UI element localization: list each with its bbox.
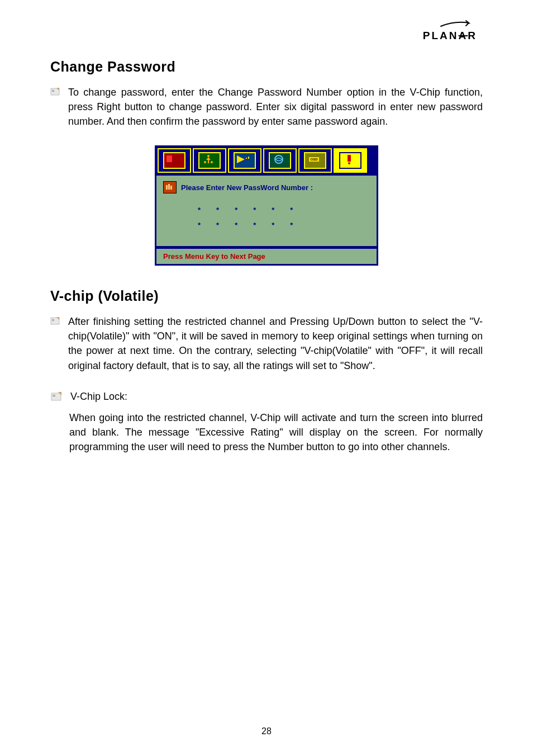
svg-rect-24 <box>53 396 55 396</box>
svg-point-13 <box>348 162 350 164</box>
note-icon <box>50 391 63 401</box>
svg-rect-2 <box>52 91 54 92</box>
page-number: 28 <box>0 726 533 736</box>
svg-rect-16 <box>168 184 170 190</box>
osd-screenshot: OSD <box>155 145 378 266</box>
svg-rect-9 <box>246 158 247 159</box>
note-icon <box>50 87 60 96</box>
logo-text: PLANAR <box>423 30 477 41</box>
osd-password-row-1: * * * * * * <box>198 206 370 214</box>
svg-point-4 <box>207 155 210 157</box>
note-icon <box>50 316 60 325</box>
svg-rect-22 <box>51 393 61 400</box>
svg-point-5 <box>204 161 206 163</box>
svg-rect-20 <box>52 320 54 321</box>
svg-rect-17 <box>170 186 172 190</box>
svg-rect-10 <box>248 157 249 159</box>
osd-prompt-icon <box>163 181 177 193</box>
svg-rect-23 <box>53 395 55 395</box>
vchip-lock-heading-row: V-Chip Lock: <box>50 391 483 403</box>
planar-logo: PLANAR <box>423 20 477 42</box>
osd-tab-6 <box>334 148 367 173</box>
svg-point-6 <box>211 161 213 163</box>
vchip-lock-text: When going into the restricted channel, … <box>69 410 483 454</box>
vchip-volatile-paragraph: After finishing setting the restricted c… <box>50 314 483 372</box>
svg-rect-1 <box>52 90 54 91</box>
osd-tab-row: OSD <box>155 145 378 176</box>
osd-body: Please Enter New PassWord Number : * * *… <box>155 176 378 248</box>
osd-password-row-2: * * * * * * <box>198 221 370 229</box>
svg-rect-12 <box>348 155 351 162</box>
osd-tab-3 <box>228 148 261 173</box>
osd-tab-5: OSD <box>298 148 332 173</box>
arrow-icon <box>438 20 477 29</box>
change-password-paragraph: To change password, enter the Change Pas… <box>50 85 483 129</box>
svg-marker-8 <box>237 155 245 163</box>
svg-rect-7 <box>208 160 209 163</box>
vchip-lock-heading: V-Chip Lock: <box>70 391 127 403</box>
vchip-volatile-text: After finishing setting the restricted c… <box>68 314 483 372</box>
osd-tab-1 <box>158 148 191 173</box>
osd-tab-2 <box>193 148 226 173</box>
change-password-text: To change password, enter the Change Pas… <box>68 85 483 129</box>
svg-rect-19 <box>52 319 54 320</box>
osd-prompt-text: Please Enter New PassWord Number : <box>181 183 313 192</box>
svg-rect-15 <box>166 185 168 190</box>
vchip-volatile-heading: V-chip (Volatile) <box>50 288 483 304</box>
change-password-heading: Change Password <box>50 59 483 75</box>
osd-footer-text: Press Menu Key to Next Page <box>155 248 378 266</box>
osd-tab-4 <box>263 148 297 173</box>
